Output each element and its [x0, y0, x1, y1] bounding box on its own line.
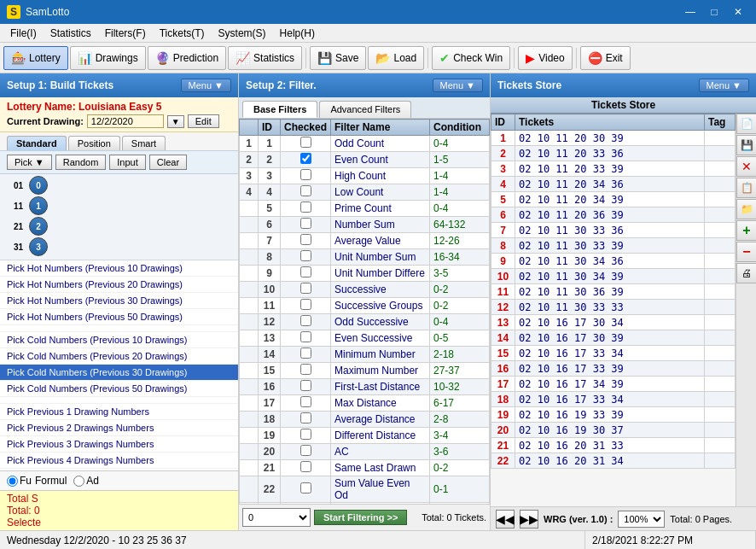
tab-smart[interactable]: Smart	[122, 136, 166, 150]
random-button[interactable]: Random	[55, 155, 107, 170]
statistics-icon: 📈	[236, 51, 250, 65]
pick-button[interactable]: Pick ▼	[7, 155, 52, 170]
list-item[interactable]: Pick Cold Numbers (Previous 20 Drawings)	[0, 348, 238, 365]
filter-check[interactable]	[281, 266, 331, 282]
filter-check[interactable]	[281, 363, 331, 379]
menu-file[interactable]: File(I)	[3, 26, 44, 41]
list-item-selected[interactable]: Pick Cold Numbers (Previous 30 Drawings)	[0, 365, 238, 381]
row-number: 1	[240, 136, 259, 152]
filter-check[interactable]	[281, 298, 331, 314]
tool-new-btn[interactable]: 📄	[736, 114, 756, 134]
list-item[interactable]: Pick Cold Numbers (Previous 50 Drawings)	[0, 381, 238, 397]
filter-check[interactable]	[281, 136, 331, 152]
menu-help[interactable]: Help(H)	[273, 26, 322, 41]
table-row: 20 AC 3-6	[240, 444, 490, 460]
menu-system[interactable]: System(S)	[212, 26, 273, 41]
tab-position[interactable]: Position	[68, 136, 120, 150]
maximize-button[interactable]: □	[703, 3, 725, 20]
toolbar-lottery[interactable]: 🎰 Lottery	[3, 46, 68, 70]
drawing-date-input[interactable]	[87, 114, 164, 128]
minimize-button[interactable]: —	[679, 3, 701, 20]
filter-check[interactable]	[281, 379, 331, 395]
filter-check[interactable]	[281, 444, 331, 460]
middle-panel-menu-btn[interactable]: Menu ▼	[433, 79, 483, 92]
tool-print-btn[interactable]: 🖨	[736, 263, 756, 283]
ticket-numbers-cell: 02 10 16 20 31 33	[515, 438, 705, 453]
filter-check[interactable]	[281, 217, 331, 233]
filter-check[interactable]	[281, 395, 331, 412]
ticket-tag-cell	[705, 453, 736, 469]
list-item[interactable]: Pick Previous 2 Drawings Numbers	[0, 420, 238, 436]
filter-check[interactable]	[281, 249, 331, 266]
filter-check[interactable]	[281, 168, 331, 184]
filter-name-cell: Low Count	[331, 184, 430, 201]
menu-tickets[interactable]: Tickets(T)	[153, 26, 212, 41]
ball-row-4: 31 3	[7, 237, 231, 258]
filter-check[interactable]	[281, 347, 331, 363]
filter-check[interactable]	[281, 282, 331, 298]
tool-copy-btn[interactable]: 📋	[736, 178, 756, 198]
nav-prev-btn[interactable]: ◀◀	[496, 510, 515, 529]
tab-standard[interactable]: Standard	[7, 136, 67, 150]
toolbar-load[interactable]: 📂 Load	[368, 46, 424, 70]
list-item[interactable]: Pick Previous 4 Drawings Numbers	[0, 453, 238, 469]
tool-open-btn[interactable]: 📁	[736, 199, 756, 219]
toolbar-prediction[interactable]: 🔮 Prediction	[148, 46, 226, 70]
tab-base-filters[interactable]: Base Filters	[242, 101, 317, 118]
left-panel-menu-btn[interactable]: Menu ▼	[181, 79, 231, 92]
filter-check[interactable]	[281, 201, 331, 217]
filter-check[interactable]	[281, 460, 331, 476]
toolbar-exit[interactable]: ⛔ Exit	[580, 46, 631, 70]
drawing-dropdown-btn[interactable]: ▼	[167, 115, 184, 128]
filter-check[interactable]	[281, 233, 331, 249]
edit-button[interactable]: Edit	[188, 114, 219, 128]
input-button[interactable]: Input	[109, 155, 145, 170]
radio-full[interactable]: Fu	[7, 475, 32, 487]
filter-condition: 12-26	[430, 233, 490, 249]
ticket-id-cell: 2	[491, 146, 515, 161]
toolbar-video[interactable]: ▶ Video	[518, 46, 572, 70]
close-button[interactable]: ✕	[727, 3, 749, 20]
start-filter-button[interactable]: Start Filtering >>	[314, 510, 407, 525]
tool-save-btn[interactable]: 💾	[736, 135, 756, 155]
list-item[interactable]: Pick Cold Numbers (Previous 10 Drawings)	[0, 332, 238, 348]
list-item[interactable]: Pick Hot Numbers (Previous 10 Drawings)	[0, 260, 238, 277]
tool-add-btn[interactable]: +	[736, 220, 756, 241]
tool-remove-btn[interactable]: −	[736, 242, 756, 262]
filter-check[interactable]	[281, 428, 331, 444]
filter-check[interactable]	[281, 314, 331, 330]
filter-condition: 3-5	[430, 266, 490, 282]
filter-check[interactable]	[281, 184, 331, 201]
filter-name-cell: Maximum Number	[331, 363, 430, 379]
menu-filters[interactable]: Filters(F)	[98, 26, 153, 41]
ticket-id-cell: 9	[491, 254, 515, 269]
tickets-table-container[interactable]: ID Tickets Tag 1 02 10 11 20 30 39 2 02 …	[491, 114, 736, 506]
filter-name-cell: Even Count	[331, 152, 430, 168]
toolbar-statistics[interactable]: 📈 Statistics	[228, 46, 302, 70]
filter-table-container[interactable]: ID Checked Filter Name Condition 1 1 Odd…	[239, 119, 490, 504]
toolbar-save[interactable]: 💾 Save	[310, 46, 366, 70]
clear-button[interactable]: Clear	[149, 155, 187, 170]
tab-advanced-filters[interactable]: Advanced Filters	[319, 101, 411, 118]
toolbar-checkwin[interactable]: ✔ Check Win	[432, 46, 510, 70]
filter-check[interactable]	[281, 330, 331, 347]
right-panel-menu-btn[interactable]: Menu ▼	[699, 79, 749, 92]
list-item[interactable]: Pick Hot Numbers (Previous 30 Drawings)	[0, 293, 238, 309]
toolbar-drawings[interactable]: 📊 Drawings	[70, 46, 146, 70]
menu-statistics[interactable]: Statistics	[44, 26, 98, 41]
filter-select[interactable]: 0	[242, 508, 311, 527]
list-item[interactable]: Pick Hot Numbers (Previous 20 Drawings)	[0, 277, 238, 293]
radio-add[interactable]: Ad	[73, 475, 99, 487]
ball-row-2: 11 1	[7, 196, 231, 217]
list-item[interactable]: Pick Hot Numbers (Previous 50 Drawings)	[0, 309, 238, 325]
ticket-numbers-cell: 02 10 16 17 30 34	[515, 315, 705, 330]
list-item[interactable]: Pick Previous 1 Drawing Numbers	[0, 404, 238, 420]
pick-list[interactable]: Pick Hot Numbers (Previous 10 Drawings) …	[0, 260, 238, 470]
filter-check[interactable]	[281, 152, 331, 168]
filter-check[interactable]	[281, 412, 331, 428]
zoom-select[interactable]: 100% 75% 50% 150%	[618, 511, 665, 528]
tool-delete-btn[interactable]: ✕	[736, 156, 756, 177]
nav-next-btn[interactable]: ▶▶	[520, 510, 538, 529]
filter-check[interactable]	[281, 476, 331, 503]
list-item[interactable]: Pick Previous 3 Drawings Numbers	[0, 436, 238, 453]
